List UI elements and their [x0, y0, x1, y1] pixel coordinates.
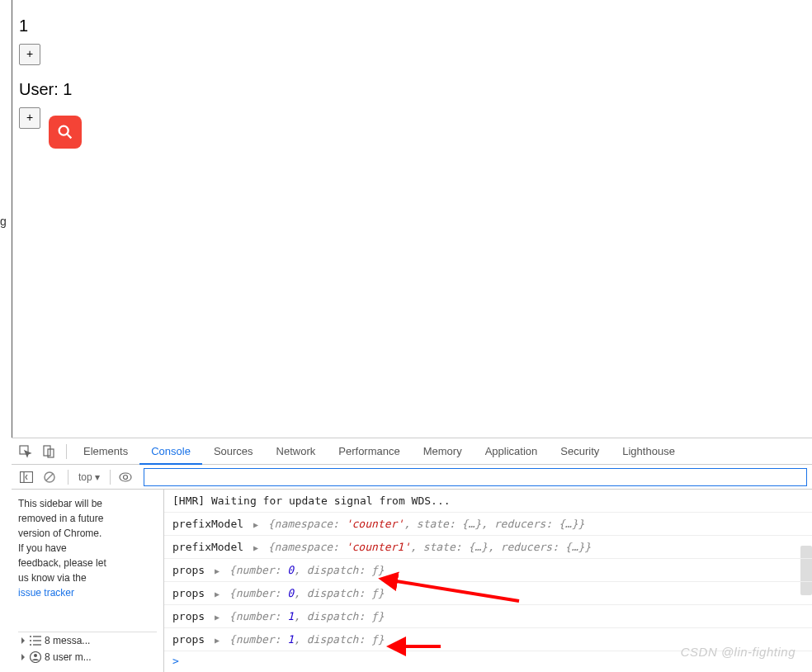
context-selector[interactable]: top ▾: [73, 471, 105, 483]
issue-tracker-link[interactable]: issue tracker: [18, 587, 74, 599]
expand-icon[interactable]: ▶: [253, 543, 258, 552]
left-tick: g: [0, 215, 7, 228]
device-toggle-icon[interactable]: [38, 441, 59, 462]
devtools-panel: Elements Console Sources Network Perform…: [12, 438, 812, 672]
console-line: prefixModel ▶ {namespace: 'counter', sta…: [164, 513, 812, 536]
svg-point-9: [124, 475, 128, 479]
sidebar-notice: This sidebar will be removed in a future…: [18, 496, 157, 600]
search-badge[interactable]: [49, 116, 82, 149]
user-icon: [30, 651, 41, 663]
clear-console-icon[interactable]: [40, 467, 59, 487]
expand-icon[interactable]: ▶: [253, 520, 258, 529]
console-filter-input[interactable]: [144, 468, 807, 486]
expand-icon[interactable]: ▶: [215, 566, 220, 575]
tab-console[interactable]: Console: [139, 438, 202, 465]
inspect-icon[interactable]: [15, 441, 36, 462]
console-line: props ▶ {number: 1, dispatch: ƒ}: [164, 605, 812, 628]
tab-security[interactable]: Security: [549, 438, 611, 465]
sidebar-row-user-messages[interactable]: 8 user m...: [18, 649, 157, 665]
search-icon: [56, 123, 74, 141]
svg-line-8: [46, 474, 53, 480]
console-line: props ▶ {number: 0, dispatch: ƒ}: [164, 582, 812, 605]
expand-icon[interactable]: ▶: [215, 589, 220, 599]
watermark: CSDN @lin-fighting: [681, 645, 795, 659]
console-sidebar: This sidebar will be removed in a future…: [12, 490, 164, 672]
user-label: User: 1: [19, 80, 805, 99]
devtools-tabbar: Elements Console Sources Network Perform…: [12, 438, 812, 465]
svg-point-0: [59, 126, 68, 135]
svg-rect-5: [21, 471, 33, 482]
console-line: props ▶ {number: 0, dispatch: ƒ}: [164, 559, 812, 582]
page-content: 1 + User: 1 +: [12, 0, 812, 438]
live-expression-icon[interactable]: [116, 467, 135, 487]
tab-elements[interactable]: Elements: [72, 438, 139, 465]
tab-sources[interactable]: Sources: [202, 438, 265, 465]
tab-application[interactable]: Application: [474, 438, 550, 465]
counter-value: 1: [19, 17, 805, 35]
console-toolbar: top ▾: [12, 465, 812, 490]
tab-memory[interactable]: Memory: [412, 438, 474, 465]
divider: [68, 470, 68, 485]
svg-point-17: [34, 654, 37, 657]
expand-icon[interactable]: ▶: [215, 613, 220, 622]
chevron-right-icon: [20, 654, 26, 660]
divider: [110, 470, 111, 485]
tab-performance[interactable]: Performance: [327, 438, 411, 465]
tab-network[interactable]: Network: [265, 438, 328, 465]
console-line: [HMR] Waiting for update signal from WDS…: [164, 490, 812, 513]
sidebar-row-messages[interactable]: 8 messa...: [18, 632, 157, 649]
divider: [66, 444, 67, 459]
increment-button-2[interactable]: +: [19, 107, 40, 129]
svg-line-1: [68, 135, 72, 139]
console-line: prefixModel ▶ {namespace: 'counter1', st…: [164, 536, 812, 559]
expand-icon[interactable]: ▶: [215, 636, 220, 645]
sidebar-toggle-icon[interactable]: [17, 467, 36, 487]
increment-button-1[interactable]: +: [19, 44, 40, 65]
svg-rect-3: [44, 446, 50, 456]
tab-lighthouse[interactable]: Lighthouse: [611, 438, 687, 465]
list-icon: [30, 636, 41, 646]
chevron-right-icon: [20, 637, 26, 644]
